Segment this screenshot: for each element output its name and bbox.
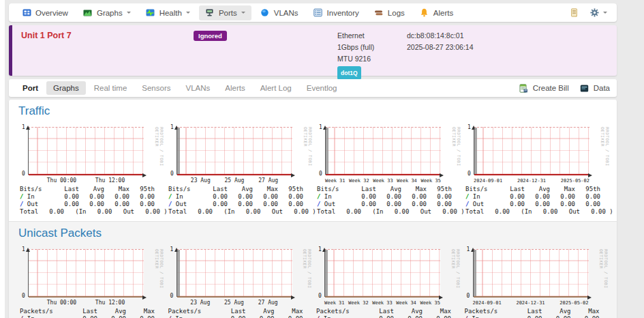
graph-plot-area[interactable] [325,127,441,175]
no-data-band [325,250,328,297]
settings-menu[interactable] [589,8,607,18]
legend-header-cell: Last [69,308,97,315]
tab-sensors[interactable]: Sensors [135,81,177,95]
rrdtool-watermark: RRDTOOL / TOBI OETIKER [451,249,461,297]
legend-header-cell: Last [217,308,246,315]
tab-action-label: Data [594,84,610,92]
legend-marker: / [168,201,172,207]
zero-value-line [177,174,292,175]
x-axis-label: 27 Aug [258,300,278,306]
section-traffic: Traffic10RRDTOOL / TOBI OETIKERThu 00:00… [9,100,617,221]
nav-item-health[interactable]: Health [140,5,196,20]
x-axis-arrow-icon [291,173,297,177]
legend-series-label: / In [465,193,500,201]
graph-plot-area[interactable] [177,127,292,175]
graph-plot-area[interactable] [28,249,144,297]
y-tick-max: 1 [170,124,174,130]
x-axis-arrow-icon [439,295,445,300]
legend-marker: / [465,315,468,318]
chevron-down-icon [241,12,245,16]
graph-legend: Packets/sLastAvgMax/ In0.000.000.00/ Out… [20,308,164,318]
legend-value: 0.00 [202,201,228,208]
legend-value: 0.00 [500,201,525,208]
x-axis-label: Week 34 [397,178,417,184]
legend-header-cell: Max [126,308,155,315]
legend-value: 0.00 [401,193,427,201]
zero-value-line [325,296,440,298]
nav-item-logs[interactable]: Logs [368,5,411,20]
graph-plot-area[interactable] [177,249,292,297]
graph-plot-area[interactable] [474,127,589,175]
y-tick-max: 1 [22,246,25,252]
legend-header-cell: Max [275,308,303,315]
nav-item-graphs[interactable]: Graphs [77,5,137,20]
legend-value: 0.00 [376,201,401,208]
legend-value: 0.00 [575,193,600,201]
y-tick-min: 0 [467,171,471,177]
overview-icon [22,8,31,18]
legend-header-cell: 95th [575,186,600,193]
legend-series-label: / Out [317,201,351,208]
tab-vlans[interactable]: VLANs [179,81,217,95]
notes-icon[interactable] [569,8,579,18]
tab-eventlog[interactable]: Eventlog [300,81,344,95]
nav-item-inventory[interactable]: Inventory [307,5,365,20]
nav-item-label: Graphs [97,9,123,17]
port-meta: Ethernetdc:b8:08:14:8c:011Gbps (full)202… [337,30,474,80]
legend-series-label: / Out [168,201,202,208]
zero-value-line [474,174,589,175]
legend-value: 0.00 [202,193,228,201]
x-axis-labels: Week 31Week 32Week 33Week 34Week 35 [325,177,441,184]
nav-item-alerts[interactable]: Alerts [414,5,459,20]
x-axis-label: 2025-05-02 [561,178,589,184]
x-axis-label: 25 Aug [224,300,244,306]
tab-port[interactable]: Port [16,81,45,95]
x-axis-label: 2025-05-02 [559,300,588,306]
legend-value: 0.00 [278,193,303,201]
nav-item-ports[interactable]: Ports [199,5,251,20]
graph-plot-area[interactable] [473,249,589,297]
zero-value-line [474,296,589,298]
x-axis-arrow-icon [142,295,149,300]
y-tick-min: 0 [22,293,25,299]
legend-value: 0.00 [97,315,126,318]
nav-items: OverviewGraphsHealthPortsVLANsInventoryL… [16,5,459,20]
data-button[interactable]: Data [580,83,610,93]
x-axis-label: Thu 12:00 [95,300,125,306]
y-tick-max: 1 [467,246,470,252]
tab-graphs[interactable]: Graphs [46,81,86,95]
legend-value: 0.00 [550,193,575,201]
legend-series-label: / In [168,193,202,201]
graph-legend: Bits/sLastAvgMax95th/ In0.000.000.000.00… [465,186,610,216]
y-tick-max: 1 [318,246,322,252]
legend-header-cell: Max [401,186,427,193]
rrdtool-watermark: RRDTOOL / TOBI OETIKER [303,127,313,175]
legend-series-label: / In [317,193,351,201]
y-tick-min: 0 [170,171,174,177]
create-bill-button[interactable]: Create Bill [519,83,569,93]
legend-value: 0.00 [69,315,97,318]
section-title: Traffic [18,104,609,118]
legend-header-cell: Avg [542,308,571,315]
tab-alert-log[interactable]: Alert Log [254,81,298,95]
graph-plot-area[interactable] [324,249,440,297]
graph-panel: 10RRDTOOL / TOBI OETIKER23 Aug25 Aug27 A… [167,246,313,318]
x-axis-label: Week 34 [396,300,416,306]
graph-legend: Bits/sLastAvgMax95th/ In0.000.000.000.00… [20,186,164,216]
tab-real-time[interactable]: Real time [87,81,134,95]
nav-item-vlans[interactable]: VLANs [254,5,305,20]
nav-item-label: VLANs [274,9,298,17]
legend-marker: / [20,193,23,200]
graph-plot-area[interactable] [28,127,144,175]
y-tick-max: 1 [467,124,471,130]
legend-header-cell: Max [550,186,575,193]
y-axis-arrow-icon [26,124,30,130]
nav-item-label: Inventory [327,9,359,17]
nav-item-overview[interactable]: Overview [16,5,74,20]
legend-series-label: / In [20,193,54,201]
port-tabbar: PortGraphsReal timeSensorsVLANsAlertsAle… [9,79,617,97]
legend-header-cell: 95th [278,186,303,193]
x-axis-label: Week 31 [325,178,346,184]
x-axis-label: 2024-09-01 [473,300,502,306]
tab-alerts[interactable]: Alerts [218,81,251,95]
